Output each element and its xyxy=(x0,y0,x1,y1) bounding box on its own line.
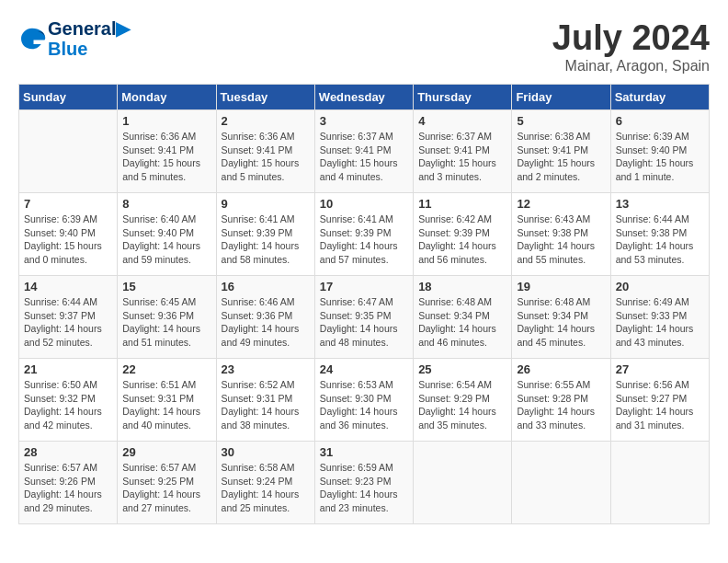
date-number: 13 xyxy=(616,197,704,211)
calendar-cell xyxy=(610,442,709,524)
date-number: 15 xyxy=(122,280,210,293)
calendar-cell: 17Sunrise: 6:47 AM Sunset: 9:35 PM Dayli… xyxy=(314,276,413,359)
month-title: July 2024 xyxy=(552,18,710,58)
cell-info: Sunrise: 6:54 AM Sunset: 9:29 PM Dayligh… xyxy=(418,378,506,432)
calendar-week-row: 21Sunrise: 6:50 AM Sunset: 9:32 PM Dayli… xyxy=(19,359,710,442)
cell-info: Sunrise: 6:41 AM Sunset: 9:39 PM Dayligh… xyxy=(222,213,310,267)
date-number: 10 xyxy=(320,197,408,211)
cell-info: Sunrise: 6:36 AM Sunset: 9:41 PM Dayligh… xyxy=(222,130,310,184)
calendar-cell xyxy=(19,110,118,193)
date-number: 23 xyxy=(222,362,310,376)
logo-line1: General▶ xyxy=(48,18,130,39)
calendar-week-row: 28Sunrise: 6:57 AM Sunset: 9:26 PM Dayli… xyxy=(19,442,710,524)
date-number: 16 xyxy=(222,280,310,293)
date-number: 9 xyxy=(222,197,310,211)
calendar-cell: 22Sunrise: 6:51 AM Sunset: 9:31 PM Dayli… xyxy=(118,359,216,442)
calendar-cell: 12Sunrise: 6:43 AM Sunset: 9:38 PM Dayli… xyxy=(512,193,610,276)
date-number: 11 xyxy=(418,197,506,211)
calendar-cell: 14Sunrise: 6:44 AM Sunset: 9:37 PM Dayli… xyxy=(19,276,118,359)
cell-info: Sunrise: 6:39 AM Sunset: 9:40 PM Dayligh… xyxy=(616,130,704,184)
cell-info: Sunrise: 6:53 AM Sunset: 9:30 PM Dayligh… xyxy=(320,378,408,432)
calendar-cell: 10Sunrise: 6:41 AM Sunset: 9:39 PM Dayli… xyxy=(314,193,413,276)
date-number: 14 xyxy=(24,280,112,293)
date-number: 17 xyxy=(320,280,408,293)
calendar-cell: 4Sunrise: 6:37 AM Sunset: 9:41 PM Daylig… xyxy=(414,110,512,193)
date-number: 31 xyxy=(320,445,408,459)
calendar-cell: 29Sunrise: 6:57 AM Sunset: 9:25 PM Dayli… xyxy=(118,442,216,524)
date-number: 18 xyxy=(418,280,506,293)
calendar-cell: 28Sunrise: 6:57 AM Sunset: 9:26 PM Dayli… xyxy=(19,442,118,524)
cell-info: Sunrise: 6:57 AM Sunset: 9:26 PM Dayligh… xyxy=(24,461,112,515)
column-header-sunday: Sunday xyxy=(19,85,118,110)
title-block: July 2024 Mainar, Aragon, Spain xyxy=(552,18,710,75)
calendar-cell: 23Sunrise: 6:52 AM Sunset: 9:31 PM Dayli… xyxy=(216,359,314,442)
cell-info: Sunrise: 6:39 AM Sunset: 9:40 PM Dayligh… xyxy=(24,213,112,267)
cell-info: Sunrise: 6:57 AM Sunset: 9:25 PM Dayligh… xyxy=(122,461,210,515)
date-number: 21 xyxy=(24,362,112,376)
date-number: 24 xyxy=(320,362,408,376)
date-number: 2 xyxy=(222,114,310,128)
cell-info: Sunrise: 6:37 AM Sunset: 9:41 PM Dayligh… xyxy=(418,130,506,184)
cell-info: Sunrise: 6:50 AM Sunset: 9:32 PM Dayligh… xyxy=(24,378,112,432)
date-number: 30 xyxy=(222,445,310,459)
logo-line2: Blue xyxy=(48,39,130,59)
cell-info: Sunrise: 6:44 AM Sunset: 9:38 PM Dayligh… xyxy=(616,213,704,267)
date-number: 19 xyxy=(517,280,605,293)
column-header-tuesday: Tuesday xyxy=(216,85,314,110)
cell-info: Sunrise: 6:48 AM Sunset: 9:34 PM Dayligh… xyxy=(418,295,506,350)
cell-info: Sunrise: 6:56 AM Sunset: 9:27 PM Dayligh… xyxy=(616,378,704,432)
calendar-cell: 15Sunrise: 6:45 AM Sunset: 9:36 PM Dayli… xyxy=(118,276,216,359)
calendar-cell: 27Sunrise: 6:56 AM Sunset: 9:27 PM Dayli… xyxy=(610,359,709,442)
calendar-cell: 16Sunrise: 6:46 AM Sunset: 9:36 PM Dayli… xyxy=(216,276,314,359)
date-number: 26 xyxy=(517,362,605,376)
date-number: 1 xyxy=(122,114,210,128)
date-number: 7 xyxy=(24,197,112,211)
cell-info: Sunrise: 6:36 AM Sunset: 9:41 PM Dayligh… xyxy=(122,130,210,184)
calendar-cell: 20Sunrise: 6:49 AM Sunset: 9:33 PM Dayli… xyxy=(610,276,709,359)
calendar-cell xyxy=(414,442,512,524)
date-number: 20 xyxy=(616,280,704,293)
date-number: 5 xyxy=(517,114,605,128)
column-header-monday: Monday xyxy=(118,85,216,110)
cell-info: Sunrise: 6:40 AM Sunset: 9:40 PM Dayligh… xyxy=(122,213,210,267)
calendar-cell: 24Sunrise: 6:53 AM Sunset: 9:30 PM Dayli… xyxy=(314,359,413,442)
cell-info: Sunrise: 6:37 AM Sunset: 9:41 PM Dayligh… xyxy=(320,130,408,184)
calendar-week-row: 1Sunrise: 6:36 AM Sunset: 9:41 PM Daylig… xyxy=(19,110,710,193)
cell-info: Sunrise: 6:59 AM Sunset: 9:23 PM Dayligh… xyxy=(320,461,408,515)
calendar-cell: 26Sunrise: 6:55 AM Sunset: 9:28 PM Dayli… xyxy=(512,359,610,442)
cell-info: Sunrise: 6:58 AM Sunset: 9:24 PM Dayligh… xyxy=(222,461,310,515)
date-number: 25 xyxy=(418,362,506,376)
calendar-cell: 13Sunrise: 6:44 AM Sunset: 9:38 PM Dayli… xyxy=(610,193,709,276)
cell-info: Sunrise: 6:41 AM Sunset: 9:39 PM Dayligh… xyxy=(320,213,408,267)
cell-info: Sunrise: 6:38 AM Sunset: 9:41 PM Dayligh… xyxy=(517,130,605,184)
cell-info: Sunrise: 6:51 AM Sunset: 9:31 PM Dayligh… xyxy=(122,378,210,432)
date-number: 8 xyxy=(122,197,210,211)
date-number: 4 xyxy=(418,114,506,128)
cell-info: Sunrise: 6:48 AM Sunset: 9:34 PM Dayligh… xyxy=(517,295,605,350)
calendar-header-row: SundayMondayTuesdayWednesdayThursdayFrid… xyxy=(19,85,710,110)
calendar-cell: 8Sunrise: 6:40 AM Sunset: 9:40 PM Daylig… xyxy=(118,193,216,276)
calendar-cell: 19Sunrise: 6:48 AM Sunset: 9:34 PM Dayli… xyxy=(512,276,610,359)
logo: General▶ Blue xyxy=(18,18,130,59)
column-header-saturday: Saturday xyxy=(610,85,709,110)
cell-info: Sunrise: 6:49 AM Sunset: 9:33 PM Dayligh… xyxy=(616,295,704,350)
date-number: 6 xyxy=(616,114,704,128)
location-title: Mainar, Aragon, Spain xyxy=(552,58,710,75)
date-number: 12 xyxy=(517,197,605,211)
date-number: 27 xyxy=(616,362,704,376)
cell-info: Sunrise: 6:44 AM Sunset: 9:37 PM Dayligh… xyxy=(24,295,112,350)
page-header: General▶ Blue July 2024 Mainar, Aragon, … xyxy=(18,18,710,75)
column-header-thursday: Thursday xyxy=(414,85,512,110)
calendar-cell: 18Sunrise: 6:48 AM Sunset: 9:34 PM Dayli… xyxy=(414,276,512,359)
calendar-cell: 11Sunrise: 6:42 AM Sunset: 9:39 PM Dayli… xyxy=(414,193,512,276)
calendar-cell xyxy=(512,442,610,524)
column-header-wednesday: Wednesday xyxy=(314,85,413,110)
cell-info: Sunrise: 6:42 AM Sunset: 9:39 PM Dayligh… xyxy=(418,213,506,267)
calendar-cell: 1Sunrise: 6:36 AM Sunset: 9:41 PM Daylig… xyxy=(118,110,216,193)
calendar-cell: 5Sunrise: 6:38 AM Sunset: 9:41 PM Daylig… xyxy=(512,110,610,193)
calendar-cell: 6Sunrise: 6:39 AM Sunset: 9:40 PM Daylig… xyxy=(610,110,709,193)
calendar-cell: 31Sunrise: 6:59 AM Sunset: 9:23 PM Dayli… xyxy=(314,442,413,524)
date-number: 28 xyxy=(24,445,112,459)
date-number: 22 xyxy=(122,362,210,376)
logo-icon xyxy=(18,25,46,52)
